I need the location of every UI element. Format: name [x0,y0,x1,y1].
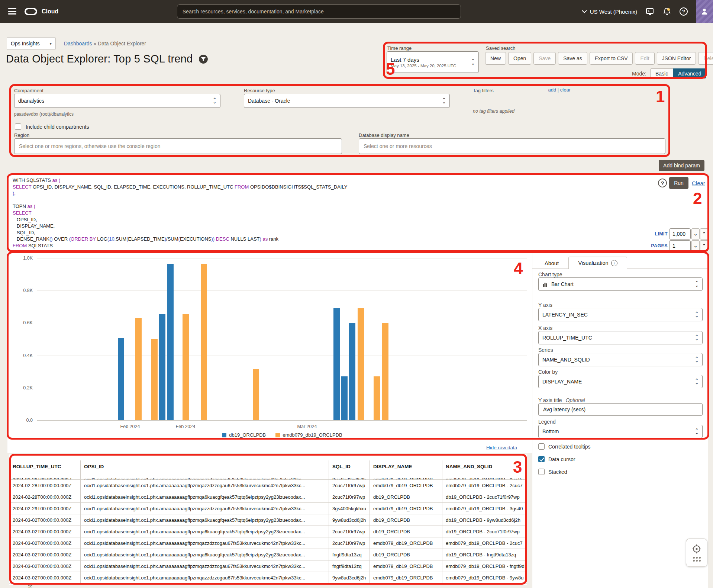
breadcrumb-link-dashboards[interactable]: Dashboards [64,41,92,46]
checkbox-data-cursor[interactable] [538,456,545,462]
annotation-number-2: 2 [693,190,702,207]
limit-input[interactable] [669,228,691,240]
table-cell: db19_ORCLPDB [370,549,442,560]
table-cell: 9yw8ud3cd6j2h [329,473,370,479]
field-select-color-by[interactable]: DISPLAY_NAME⌃⌄ [538,375,703,388]
bar-db19_ORCLPDB[interactable] [167,264,174,420]
limit-increment-button[interactable]: ⌃ [700,228,708,240]
bar-emdb079_db19_ORCLPDB[interactable] [135,318,142,420]
grid-dots-icon [693,557,701,562]
brand-name: Cloud [42,8,58,15]
mode-basic-button[interactable]: Basic [650,68,673,78]
help-icon[interactable]: ? [680,7,688,16]
field-select-series[interactable]: NAME_AND_SQLID⌃⌄ [538,353,703,366]
bar-emdb079_db19_ORCLPDB[interactable] [151,339,158,420]
limit-decrement-button[interactable]: ⌄ [691,228,700,240]
compartment-value: dbanalytics [18,98,44,104]
hamburger-menu-icon[interactable] [8,8,16,15]
table-cell: db19_ORCLPDB [370,491,442,502]
bar-db19_ORCLPDB[interactable] [341,376,348,420]
breadcrumb-current: Data Object Explorer [98,41,146,46]
limit-label: LIMIT [636,231,668,237]
region-filter-input[interactable] [14,138,342,154]
field-label-y-axis: Y axis [538,302,552,308]
field-select-y-axis[interactable]: LATENCY_IN_SEC⌃⌄ [538,308,703,321]
breadcrumb-separator: » [93,41,96,46]
bar-db19_ORCLPDB[interactable] [159,314,165,420]
saved-search-save-button[interactable]: Save [533,52,556,65]
field-select-legend[interactable]: Bottom⌃⌄ [538,425,703,438]
saved-search-new-button[interactable]: New [485,52,506,65]
bar-emdb079_db19_ORCLPDB[interactable] [253,369,259,420]
global-search-input[interactable] [177,4,461,19]
sql-line: SELECT [13,210,347,216]
notifications-bell-icon[interactable] [662,7,671,16]
include-child-compartments-checkbox[interactable] [15,123,21,130]
legend-item-db19_ORCLPDB[interactable]: db19_ORCLPDB [222,432,266,438]
field-input-y-axis-title[interactable] [538,403,703,416]
tag-filters-clear-link[interactable]: clear [560,87,571,93]
field-select-chart-type[interactable]: Bar Chart⌃⌄ [538,277,703,291]
table-cell: emdb079_db19_ORCLPDB [370,473,442,479]
x-tick-label: Feb 2024 [120,424,140,429]
pages-label: PAGES [636,243,668,248]
run-button[interactable]: Run [669,177,688,189]
annotation-number-1: 1 [656,89,665,105]
clear-link[interactable]: Clear [692,180,705,186]
pages-input[interactable] [669,240,691,251]
bar-db19_ORCLPDB[interactable] [349,323,355,420]
saved-search-json-editor-button[interactable]: JSON Editor [657,52,696,65]
region-selector[interactable]: US West (Phoenix) [582,9,637,15]
bar-emdb079_db19_ORCLPDB[interactable] [374,376,380,420]
tab-about[interactable]: About [536,257,567,269]
bar-chart-icon [542,281,548,287]
saved-search-delete-button[interactable]: Delete [698,52,713,65]
table-cell: 2024-03-02T00:00:00.000Z [9,549,81,560]
tab-visualization[interactable]: Visualization i [568,257,627,269]
time-range-select[interactable]: Last 7 days May 13, 2025 - May 20, 2025 … [387,51,479,73]
field-select-x-axis[interactable]: ROLLUP_TIME_UTC⌃⌄ [538,331,703,344]
legend-item-emdb079_db19_ORCLPDB[interactable]: emdb079_db19_ORCLPDB [275,432,342,438]
compartment-label: Compartment [14,88,43,93]
mode-advanced-button[interactable]: Advanced [673,68,706,78]
tab-visualization-label: Visualization [578,260,608,266]
table-row: 2024-03-02T00:00:00.000Zocid1.opsidataba… [9,537,527,549]
saved-search-save-as-button[interactable]: Save as [558,52,587,65]
pages-increment-button[interactable]: ⌃ [700,240,708,251]
resource-type-select[interactable]: Database - Oracle ⌃⌄ [244,94,450,108]
table-row: 2024-02-28T00:00:00.000Zocid1.opsidataba… [9,480,527,491]
saved-search-export-to-csv-button[interactable]: Export to CSV [590,52,633,65]
accessibility-widget[interactable] [686,539,707,567]
bar-db19_ORCLPDB[interactable] [333,308,340,420]
sql-editor[interactable]: WITH SQLSTATS as (SELECT OPSI_ID, DISPLA… [7,175,708,251]
field-label-legend: Legend [538,419,556,425]
hide-raw-data-link[interactable]: Hide raw data [486,445,517,450]
tag-filters-add-link[interactable]: add [548,87,556,93]
sql-line: DISPLAY_NAME, [13,223,347,229]
sql-help-icon[interactable]: ? [658,179,667,187]
user-avatar[interactable] [696,0,713,23]
bar-db19_ORCLPDB[interactable] [118,338,124,420]
bar-emdb079_db19_ORCLPDB[interactable] [382,323,388,420]
display-name-input[interactable] [359,138,665,154]
page-title: Data Object Explorer: Top 5 SQL trend [6,53,193,65]
cloud-shell-icon[interactable] [645,7,654,16]
table-cell: ocid1.opsidatabaseinsight.oc1.phx.amaaaa… [81,549,329,560]
table-cell: ocid1.opsidatabaseinsight.oc1.phx.amaaaa… [81,526,329,537]
checkbox-correlated-tooltips[interactable] [538,443,545,450]
bar-emdb079_db19_ORCLPDB[interactable] [201,264,207,420]
table-cell: fngtf9dta13zq [329,560,370,572]
bar-emdb079_db19_ORCLPDB[interactable] [183,314,189,420]
table-cell: 2024-03-02T00:00:00.000Z [9,537,81,549]
compartment-select[interactable]: dbanalytics ⌃⌄ [14,94,220,108]
annotation-number-3: 3 [513,459,522,475]
bar-emdb079_db19_ORCLPDB[interactable] [358,308,364,420]
filter-funnel-icon[interactable] [199,54,208,64]
saved-search-edit-button[interactable]: Edit [635,52,654,65]
saved-search-open-button[interactable]: Open [508,52,531,65]
pages-decrement-button[interactable]: ⌄ [691,240,700,251]
app-switcher-ops-insights[interactable]: Ops Insights ▾ [7,37,56,50]
table-row: 2024-03-02T00:00:00.000Zocid1.opsidataba… [9,572,527,584]
checkbox-stacked[interactable] [538,469,545,475]
add-bind-param-button[interactable]: Add bind param [659,160,704,171]
